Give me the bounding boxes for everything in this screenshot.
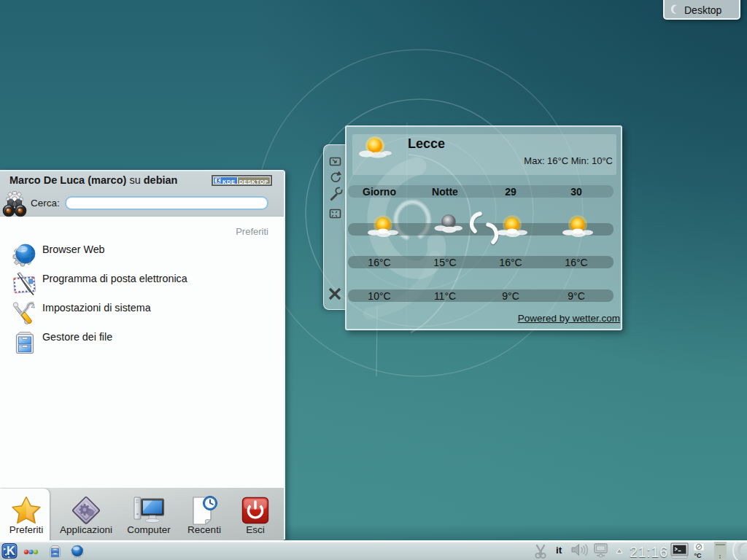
svg-text:°C: °C xyxy=(694,552,703,559)
svg-text:K: K xyxy=(7,545,15,557)
